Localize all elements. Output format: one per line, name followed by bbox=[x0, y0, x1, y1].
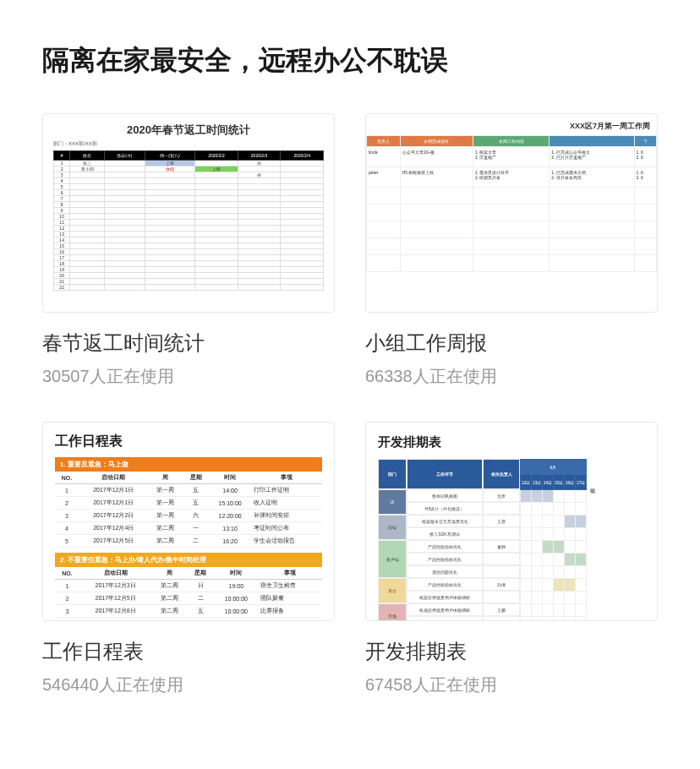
card-title: 开发排期表 bbox=[365, 638, 658, 665]
template-thumb: 工作日程表 1. 重要且紧急：马上做 NO.启动日期周星期时间事项 12017年… bbox=[42, 422, 335, 621]
template-grid: 2020年春节返工时间统计 部门：XXX部/XX部 #姓名当日(今)周一(初八)… bbox=[42, 113, 658, 696]
card-title: 工作日程表 bbox=[42, 638, 335, 665]
thumb-heading: XXX区7月第一周工作周 bbox=[366, 121, 657, 132]
card-title: 小组工作周报 bbox=[365, 330, 658, 357]
thumb-heading: 2020年春节返工时间统计 bbox=[53, 123, 324, 138]
thumb-heading: 工作日程表 bbox=[55, 433, 322, 450]
section-label: 1. 重要且紧急：马上做 bbox=[55, 457, 322, 472]
gantt-table: 6月 12日13日14日15日16日17日 bbox=[520, 459, 587, 621]
thumb-heading: 开发排期表 bbox=[378, 434, 648, 450]
template-card-dev-schedule[interactable]: 开发排期表 部门UI前端客户端后台市场工作环节整体UI风格图H5设计（外包推进）… bbox=[365, 422, 658, 696]
card-usage: 546440人正在使用 bbox=[42, 674, 335, 696]
thumb-sub: 部门：XXX部/XX部 bbox=[53, 140, 324, 148]
template-thumb: 开发排期表 部门UI前端客户端后台市场工作环节整体UI风格图H5设计（外包推进）… bbox=[365, 422, 658, 621]
card-usage: 30507人正在使用 bbox=[42, 365, 335, 388]
thumb-table: NO.启动日期周星期时间事项 12017年12月3日第二周日19:00宿舍卫生检… bbox=[55, 567, 322, 618]
gantt-month: 6月 bbox=[521, 460, 587, 475]
page-title: 隔离在家最安全，远程办公不耽误 bbox=[42, 42, 658, 79]
card-usage: 67458人正在使用 bbox=[365, 674, 658, 696]
template-card-team-weekly[interactable]: XXX区7月第一周工作周 负责人本周完成项目本周工作内容下 linda公众号文章… bbox=[365, 113, 658, 388]
thumb-table: 负责人本周完成项目本周工作内容下 linda公众号文章10+篇1. 框架文章2.… bbox=[366, 135, 657, 272]
card-title: 春节返工时间统计 bbox=[42, 330, 335, 357]
template-card-spring-festival[interactable]: 2020年春节返工时间统计 部门：XXX部/XX部 #姓名当日(今)周一(初八)… bbox=[42, 113, 335, 388]
holiday-label: 端午休假 bbox=[587, 459, 598, 621]
template-thumb: XXX区7月第一周工作周 负责人本周完成项目本周工作内容下 linda公众号文章… bbox=[365, 113, 658, 313]
section-label: 2. 不重要但紧急：马上办/请人代办/集中时间处理 bbox=[55, 553, 322, 567]
thumb-table: NO.启动日期周星期时间事项 12017年12月1日第一周五14:00打印工作证… bbox=[55, 472, 322, 548]
template-thumb: 2020年春节返工时间统计 部门：XXX部/XX部 #姓名当日(今)周一(初八)… bbox=[42, 113, 335, 313]
card-usage: 66338人正在使用 bbox=[365, 365, 658, 388]
thumb-table: #姓名当日(今)周一(初八)2020/2/22020/2/32020/2/4 1… bbox=[53, 150, 324, 291]
template-card-work-schedule[interactable]: 工作日程表 1. 重要且紧急：马上做 NO.启动日期周星期时间事项 12017年… bbox=[42, 422, 335, 696]
